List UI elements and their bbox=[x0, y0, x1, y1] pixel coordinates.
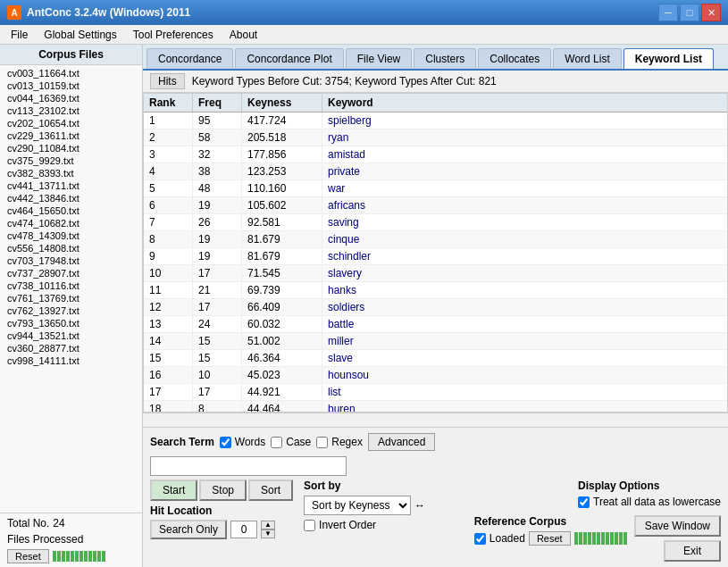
sidebar-file-item[interactable]: cv441_13711.txt bbox=[0, 179, 142, 192]
sidebar-file-item[interactable]: cv229_13611.txt bbox=[0, 129, 142, 142]
sidebar-file-item[interactable]: cv013_10159.txt bbox=[0, 79, 142, 92]
table-row[interactable]: 14 15 51.002 miller bbox=[144, 333, 727, 350]
cell-keyword: hounsou bbox=[322, 367, 727, 383]
sidebar-reset-button[interactable]: Reset bbox=[7, 549, 49, 563]
table-row[interactable]: 13 24 60.032 battle bbox=[144, 316, 727, 333]
invert-order-checkbox[interactable] bbox=[304, 520, 315, 531]
case-checkbox-group[interactable]: Case bbox=[271, 436, 311, 448]
treat-lowercase-row[interactable]: Treat all data as lowercase bbox=[578, 496, 721, 508]
cell-keyness: 81.679 bbox=[242, 231, 322, 247]
tab-collocates[interactable]: Collocates bbox=[478, 48, 551, 69]
cell-freq: 15 bbox=[193, 350, 242, 366]
ref-reset-button[interactable]: Reset bbox=[529, 531, 571, 546]
title-controls[interactable]: ─ □ ✕ bbox=[658, 4, 721, 21]
sidebar-file-item[interactable]: cv464_15650.txt bbox=[0, 204, 142, 217]
display-options: Display Options Treat all data as lowerc… bbox=[578, 479, 721, 508]
sidebar-file-item[interactable]: cv382_8393.txt bbox=[0, 167, 142, 179]
sidebar-file-item[interactable]: cv738_10116.txt bbox=[0, 279, 142, 292]
app-icon: A bbox=[7, 5, 21, 20]
search-only-button[interactable]: Search Only bbox=[150, 520, 227, 539]
minimize-button[interactable]: ─ bbox=[658, 4, 678, 21]
spinner-down[interactable]: ▼ bbox=[261, 529, 275, 538]
table-row[interactable]: 15 15 46.364 slave bbox=[144, 350, 727, 367]
menu-tool-preferences[interactable]: Tool Preferences bbox=[126, 27, 221, 43]
tab-concordance-plot[interactable]: Concordance Plot bbox=[235, 48, 343, 69]
case-checkbox[interactable] bbox=[271, 437, 282, 448]
hit-location-spinner[interactable]: ▲ ▼ bbox=[261, 521, 275, 538]
table-row[interactable]: 12 17 66.409 soldiers bbox=[144, 299, 727, 316]
table-body[interactable]: 1 95 417.724 spielberg 2 58 205.518 ryan… bbox=[144, 113, 727, 412]
sidebar-file-item[interactable]: cv474_10682.txt bbox=[0, 217, 142, 229]
table-row[interactable]: 18 8 44.464 buren bbox=[144, 401, 727, 412]
table-row[interactable]: 2 58 205.518 ryan bbox=[144, 129, 727, 146]
cell-keyness: 123.253 bbox=[242, 163, 322, 179]
spinner-up[interactable]: ▲ bbox=[261, 521, 275, 529]
table-row[interactable]: 17 17 44.921 list bbox=[144, 384, 727, 401]
loaded-checkbox[interactable] bbox=[474, 533, 486, 545]
sidebar-file-item[interactable]: cv761_13769.txt bbox=[0, 292, 142, 304]
cell-keyness: 45.023 bbox=[242, 367, 322, 383]
sidebar-file-item[interactable]: cv944_13521.txt bbox=[0, 329, 142, 342]
sidebar-file-item[interactable]: cv737_28907.txt bbox=[0, 267, 142, 279]
stop-button[interactable]: Stop bbox=[199, 479, 247, 501]
table-row[interactable]: 5 48 110.160 war bbox=[144, 180, 727, 197]
table-row[interactable]: 9 19 81.679 schindler bbox=[144, 248, 727, 265]
cell-keyness: 71.545 bbox=[242, 265, 322, 281]
sidebar-file-item[interactable]: cv202_10654.txt bbox=[0, 117, 142, 129]
treat-lowercase-checkbox[interactable] bbox=[578, 496, 590, 508]
right-panel: ConcordanceConcordance PlotFile ViewClus… bbox=[143, 45, 728, 567]
sidebar-file-item[interactable]: cv113_23102.txt bbox=[0, 104, 142, 117]
search-input[interactable] bbox=[150, 456, 347, 476]
tab-word-list[interactable]: Word List bbox=[553, 48, 621, 69]
cell-rank: 14 bbox=[144, 333, 193, 349]
table-row[interactable]: 1 95 417.724 spielberg bbox=[144, 113, 727, 129]
start-button[interactable]: Start bbox=[150, 479, 197, 501]
tab-file-view[interactable]: File View bbox=[346, 48, 412, 69]
regex-checkbox-group[interactable]: Regex bbox=[316, 436, 363, 448]
sidebar-files[interactable]: cv003_11664.txtcv013_10159.txtcv044_1636… bbox=[0, 65, 142, 513]
table-row[interactable]: 8 19 81.679 cinque bbox=[144, 231, 727, 248]
sidebar-file-item[interactable]: cv556_14808.txt bbox=[0, 242, 142, 254]
tab-keyword-list[interactable]: Keyword List bbox=[623, 48, 714, 69]
regex-label: Regex bbox=[331, 436, 363, 448]
cell-rank: 3 bbox=[144, 146, 193, 163]
menu-about[interactable]: About bbox=[222, 27, 264, 43]
maximize-button[interactable]: □ bbox=[680, 4, 699, 21]
save-window-button[interactable]: Save Window bbox=[634, 515, 721, 537]
sidebar-file-item[interactable]: cv478_14309.txt bbox=[0, 229, 142, 242]
hit-location-input[interactable] bbox=[230, 521, 257, 538]
table-row[interactable]: 3 32 177.856 amistad bbox=[144, 146, 727, 163]
sidebar-file-item[interactable]: cv290_11084.txt bbox=[0, 142, 142, 154]
table-row[interactable]: 11 21 69.739 hanks bbox=[144, 282, 727, 299]
table-row[interactable]: 10 17 71.545 slavery bbox=[144, 265, 727, 282]
table-row[interactable]: 16 10 45.023 hounsou bbox=[144, 367, 727, 384]
sidebar-file-item[interactable]: cv360_28877.txt bbox=[0, 342, 142, 354]
sidebar-file-item[interactable]: cv998_14111.txt bbox=[0, 354, 142, 367]
horizontal-scrollbar[interactable] bbox=[143, 413, 728, 427]
words-checkbox[interactable] bbox=[220, 437, 231, 448]
invert-order-row[interactable]: Invert Order bbox=[304, 519, 425, 531]
sidebar-file-item[interactable]: cv703_17948.txt bbox=[0, 254, 142, 267]
regex-checkbox[interactable] bbox=[316, 437, 328, 448]
advanced-button[interactable]: Advanced bbox=[368, 433, 435, 451]
tab-clusters[interactable]: Clusters bbox=[414, 48, 476, 69]
exit-button[interactable]: Exit bbox=[664, 540, 721, 562]
menu-file[interactable]: File bbox=[4, 27, 35, 43]
words-checkbox-group[interactable]: Words bbox=[220, 436, 265, 448]
sidebar-file-item[interactable]: cv793_13650.txt bbox=[0, 317, 142, 329]
tab-concordance[interactable]: Concordance bbox=[146, 48, 233, 69]
close-button[interactable]: ✕ bbox=[701, 4, 721, 21]
menu-global-settings[interactable]: Global Settings bbox=[37, 27, 123, 43]
sidebar-file-item[interactable]: cv044_16369.txt bbox=[0, 92, 142, 104]
table-row[interactable]: 4 38 123.253 private bbox=[144, 163, 727, 180]
table-row[interactable]: 6 19 105.602 africans bbox=[144, 197, 727, 214]
sidebar-file-item[interactable]: cv442_13846.txt bbox=[0, 192, 142, 204]
sidebar-file-item[interactable]: cv003_11664.txt bbox=[0, 67, 142, 79]
sort-button[interactable]: Sort bbox=[248, 479, 293, 501]
cell-rank: 11 bbox=[144, 282, 193, 298]
sort-by-select[interactable]: Sort by Keyness bbox=[304, 496, 411, 515]
sidebar-file-item[interactable]: cv762_13927.txt bbox=[0, 304, 142, 317]
table-row[interactable]: 7 26 92.581 saving bbox=[144, 214, 727, 231]
sidebar-file-item[interactable]: cv375_9929.txt bbox=[0, 154, 142, 167]
cell-freq: 95 bbox=[193, 113, 242, 129]
